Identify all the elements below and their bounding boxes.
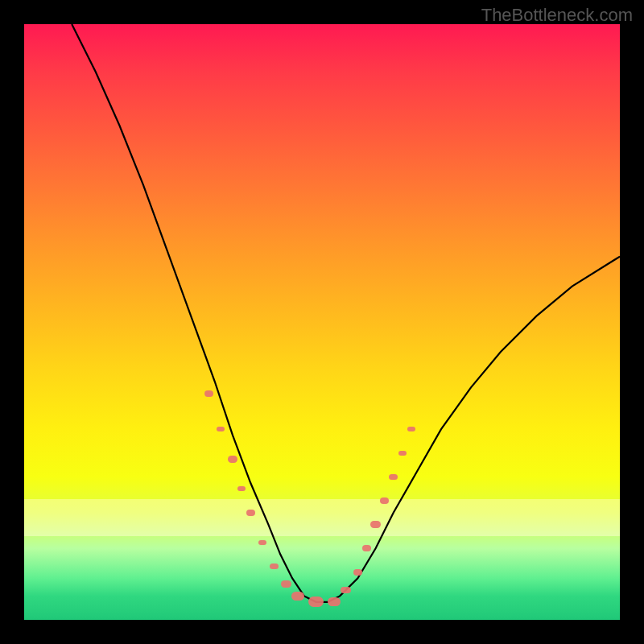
curve-marker xyxy=(407,427,415,432)
curve-marker xyxy=(270,564,279,570)
curve-marker xyxy=(308,597,324,607)
curve-marker xyxy=(328,597,341,606)
curve-marker xyxy=(370,521,381,528)
curve-marker xyxy=(398,451,407,456)
chart-container: TheBottleneck.com xyxy=(0,0,644,644)
curve-marker xyxy=(362,545,371,551)
curve-marker xyxy=(228,456,238,463)
curve-marker xyxy=(389,474,398,481)
curve-marker xyxy=(246,510,255,516)
watermark-text: TheBottleneck.com xyxy=(481,5,633,26)
plot-area xyxy=(24,24,620,620)
curve-marker xyxy=(291,592,304,601)
curve-marker xyxy=(353,569,362,576)
curve-marker xyxy=(281,580,291,588)
curve-marker xyxy=(204,390,213,397)
curve-marker xyxy=(258,540,266,546)
curve-marker xyxy=(217,427,225,432)
curve-marker xyxy=(341,587,351,594)
bottleneck-curve xyxy=(72,24,620,602)
curve-layer xyxy=(24,24,620,620)
curve-marker xyxy=(380,497,389,504)
curve-marker xyxy=(237,486,246,492)
